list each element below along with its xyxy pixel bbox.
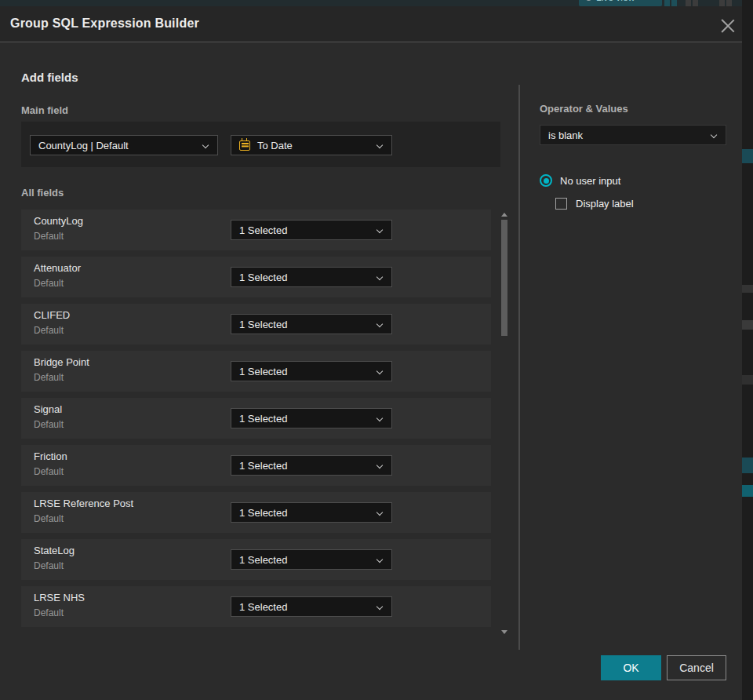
- field-selection-value: 1 Selected: [239, 554, 287, 566]
- field-sublabel: Default: [34, 513, 64, 524]
- toolbar-pause-bar-icon: [671, 0, 677, 6]
- scrollbar-down-arrow-icon[interactable]: [501, 630, 507, 634]
- chevron-down-icon: [376, 227, 384, 234]
- close-icon[interactable]: [721, 17, 735, 31]
- live-view-button: Live view: [579, 0, 662, 6]
- display-label-checkbox[interactable]: Display label: [555, 198, 634, 210]
- toolbar-pause-bar-icon: [693, 0, 698, 6]
- background-accent-block: [742, 458, 753, 473]
- group-sql-expression-builder-dialog: Group SQL Expression Builder Add fields …: [0, 6, 742, 700]
- field-row: Friction Default 1 Selected: [21, 445, 491, 486]
- field-selection-value: 1 Selected: [239, 319, 287, 330]
- field-selection-select[interactable]: 1 Selected: [231, 267, 392, 287]
- field-sublabel: Default: [34, 372, 64, 383]
- dialog-header: Group SQL Expression Builder: [0, 6, 742, 42]
- field-row: LRSE NHS Default 1 Selected: [21, 586, 491, 627]
- field-selection-select[interactable]: 1 Selected: [231, 220, 392, 240]
- radio-selected-icon: [540, 174, 552, 187]
- main-field-panel: CountyLog | Default To Date: [21, 122, 500, 167]
- chevron-down-icon: [376, 142, 384, 149]
- no-user-input-radio[interactable]: No user input: [540, 174, 620, 187]
- toolbar-pause-bar-icon: [664, 0, 670, 6]
- chevron-down-icon: [376, 415, 384, 422]
- field-row: CLIFED Default 1 Selected: [21, 304, 491, 345]
- field-row: LRSE Reference Post Default 1 Selected: [21, 492, 491, 533]
- field-name: CountyLog: [34, 215, 83, 227]
- chevron-down-icon: [376, 368, 384, 375]
- operator-select-value: is blank: [548, 129, 583, 141]
- live-view-label: Live view: [596, 0, 635, 3]
- field-selection-value: 1 Selected: [239, 413, 287, 425]
- toolbar-pause-bar-icon: [719, 0, 725, 6]
- radio-label: No user input: [560, 175, 620, 187]
- field-name: Bridge Point: [34, 356, 89, 368]
- toolbar-pause-bar-icon: [726, 0, 732, 6]
- main-field-select-value: CountyLog | Default: [38, 140, 129, 151]
- field-selection-select[interactable]: 1 Selected: [231, 361, 392, 381]
- main-field-date-value: To Date: [257, 140, 293, 151]
- field-name: Signal: [34, 403, 62, 415]
- chevron-down-icon: [376, 274, 384, 281]
- field-selection-value: 1 Selected: [239, 224, 287, 236]
- operator-select[interactable]: is blank: [540, 125, 726, 145]
- scrollbar-thumb[interactable]: [501, 220, 507, 336]
- field-selection-select[interactable]: 1 Selected: [231, 596, 392, 617]
- chevron-down-icon: [711, 132, 718, 139]
- calendar-icon: [239, 140, 250, 151]
- field-sublabel: Default: [34, 419, 64, 430]
- field-sublabel: Default: [34, 607, 64, 618]
- main-field-date-select[interactable]: To Date: [231, 135, 392, 155]
- cancel-button[interactable]: Cancel: [667, 655, 726, 680]
- field-name: StateLog: [34, 545, 75, 556]
- field-sublabel: Default: [34, 231, 64, 242]
- background-block: [742, 285, 753, 293]
- dialog-title: Group SQL Expression Builder: [10, 16, 199, 31]
- field-row: Signal Default 1 Selected: [21, 398, 491, 439]
- all-fields-heading: All fields: [21, 187, 64, 199]
- background-toolbar: Live view: [0, 0, 753, 6]
- all-fields-list: CountyLog Default 1 Selected Attenuator …: [21, 210, 491, 633]
- field-selection-select[interactable]: 1 Selected: [231, 408, 392, 428]
- background-app-strip: [742, 0, 753, 700]
- field-row: CountyLog Default 1 Selected: [21, 210, 491, 250]
- background-accent-block: [742, 149, 753, 163]
- live-view-dot-icon: [586, 0, 591, 1]
- chevron-down-icon: [376, 321, 384, 328]
- field-selection-value: 1 Selected: [239, 460, 287, 472]
- checkbox-label: Display label: [576, 198, 634, 210]
- chevron-down-icon: [202, 142, 209, 149]
- field-name: Friction: [34, 450, 67, 462]
- field-selection-value: 1 Selected: [239, 272, 287, 283]
- field-sublabel: Default: [34, 325, 64, 336]
- field-name: LRSE NHS: [34, 592, 85, 603]
- field-name: CLIFED: [34, 309, 70, 321]
- field-selection-select[interactable]: 1 Selected: [231, 314, 392, 334]
- field-row: Bridge Point Default 1 Selected: [21, 351, 491, 392]
- field-row: StateLog Default 1 Selected: [21, 539, 491, 580]
- background-block: [742, 320, 753, 330]
- add-fields-heading: Add fields: [21, 71, 78, 84]
- panel-divider: [518, 85, 520, 650]
- scrollbar-up-arrow-icon[interactable]: [501, 213, 507, 217]
- field-name: LRSE Reference Post: [34, 498, 133, 509]
- operator-values-heading: Operator & Values: [540, 103, 628, 115]
- chevron-down-icon: [376, 556, 384, 563]
- field-sublabel: Default: [34, 560, 64, 571]
- checkbox-unchecked-icon: [555, 198, 567, 210]
- field-sublabel: Default: [34, 466, 64, 477]
- field-sublabel: Default: [34, 278, 64, 289]
- field-selection-value: 1 Selected: [239, 601, 287, 613]
- chevron-down-icon: [376, 603, 384, 611]
- ok-button[interactable]: OK: [601, 655, 661, 680]
- field-selection-select[interactable]: 1 Selected: [231, 455, 392, 476]
- field-name: Attenuator: [34, 262, 81, 274]
- background-accent-block: [742, 485, 753, 497]
- field-row: Attenuator Default 1 Selected: [21, 257, 491, 297]
- chevron-down-icon: [376, 462, 384, 469]
- field-selection-select[interactable]: 1 Selected: [231, 549, 392, 570]
- field-selection-select[interactable]: 1 Selected: [231, 502, 392, 523]
- toolbar-pause-bar-icon: [686, 0, 691, 6]
- field-selection-value: 1 Selected: [239, 366, 287, 377]
- field-selection-value: 1 Selected: [239, 507, 287, 519]
- main-field-select[interactable]: CountyLog | Default: [30, 135, 218, 155]
